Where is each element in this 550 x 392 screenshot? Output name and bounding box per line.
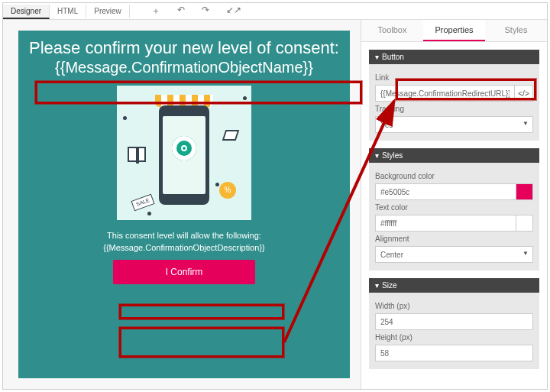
link-label: Link [375, 73, 533, 82]
assist-edit-button[interactable]: </> [515, 85, 533, 102]
dot-icon [123, 116, 127, 120]
megaphone-icon [222, 130, 240, 141]
tab-html[interactable]: HTML [50, 5, 86, 18]
view-tabs: Designer HTML Preview ＋ ↶ ↷ ↙↗ [3, 3, 547, 20]
panel-tabs: Toolbox Properties Styles [361, 20, 547, 42]
add-icon[interactable]: ＋ [151, 5, 160, 18]
tab-designer[interactable]: Designer [3, 5, 50, 19]
phone-icon [159, 105, 209, 205]
textcolor-input[interactable] [375, 215, 516, 232]
email-body[interactable]: Please confirm your new level of consent… [18, 31, 350, 378]
canvas-toolbar: ＋ ↶ ↷ ↙↗ [151, 5, 241, 18]
section-title: Button [382, 53, 404, 61]
height-input[interactable] [375, 345, 533, 361]
bgcolor-input[interactable] [375, 183, 516, 200]
tracking-select[interactable] [375, 116, 533, 133]
tracking-label: Tracking [375, 105, 533, 113]
width-label: Width (px) [375, 302, 533, 310]
collapse-icon[interactable]: ↙↗ [226, 5, 241, 18]
headline: Please confirm your new level of consent… [29, 38, 339, 58]
height-label: Height (px) [375, 333, 533, 342]
textcolor-label: Text color [375, 203, 533, 212]
undo-icon[interactable]: ↶ [177, 5, 185, 18]
section-button: ▾Button Link </> Tracking [369, 50, 539, 141]
chevron-down-icon[interactable]: ▾ [375, 53, 379, 61]
merge-object-name[interactable]: {{Message.ConfirmationObjectName}} [50, 58, 318, 76]
consent-subtext: This consent level will allow the follow… [107, 231, 261, 240]
width-input[interactable] [375, 313, 533, 330]
link-input[interactable] [375, 85, 515, 102]
alignment-select[interactable] [375, 246, 533, 263]
section-title: Styles [382, 151, 403, 160]
bgcolor-swatch[interactable] [516, 183, 533, 200]
dot-icon [243, 96, 247, 100]
section-styles: ▾Styles Background color Text color Alig… [369, 148, 539, 271]
bgcolor-label: Background color [375, 172, 533, 180]
alignment-label: Alignment [375, 235, 533, 243]
textcolor-swatch[interactable] [516, 215, 533, 232]
properties-panel: Toolbox Properties Styles ▾Button Link <… [361, 20, 547, 389]
target-icon [172, 136, 196, 160]
gift-icon [128, 147, 146, 162]
tab-properties[interactable]: Properties [423, 20, 485, 41]
tab-styles[interactable]: Styles [485, 20, 547, 41]
confirm-button[interactable]: I Confirm [113, 260, 255, 284]
redo-icon[interactable]: ↷ [202, 5, 209, 18]
section-title: Size [382, 281, 396, 290]
chevron-down-icon[interactable]: ▾ [375, 151, 379, 160]
design-canvas-wrap: Please confirm your new level of consent… [3, 20, 361, 389]
sale-tag-icon: SALE [131, 194, 154, 212]
chevron-down-icon[interactable]: ▾ [375, 281, 379, 290]
dot-icon [147, 212, 151, 215]
section-size: ▾Size Width (px) Height (px) [369, 278, 539, 369]
tab-preview[interactable]: Preview [86, 5, 130, 18]
percent-badge-icon: % [219, 182, 236, 199]
dot-icon [215, 183, 219, 186]
hero-image[interactable]: SALE % [117, 86, 251, 220]
merge-object-description[interactable]: {{Message.ConfirmationObjectDescription}… [103, 243, 265, 252]
tab-toolbox[interactable]: Toolbox [361, 20, 423, 41]
